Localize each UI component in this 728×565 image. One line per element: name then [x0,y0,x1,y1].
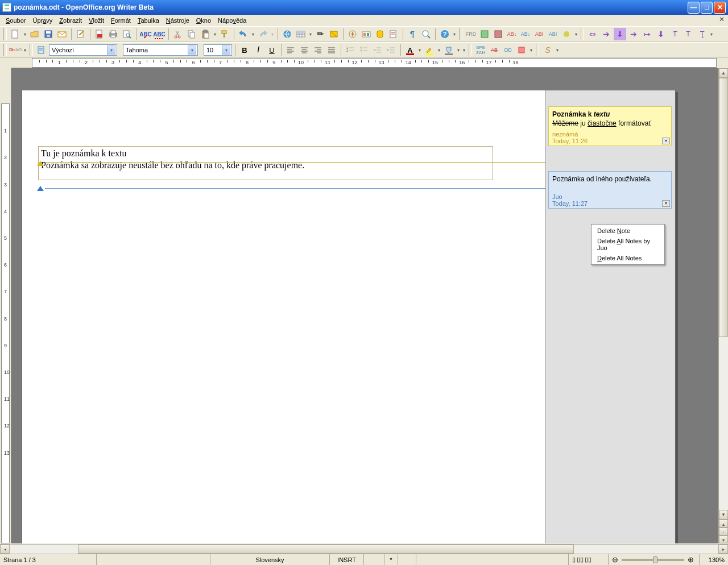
edit-icon[interactable] [75,28,87,40]
nav-object-button[interactable]: ◦ [719,527,728,535]
align-right-icon[interactable] [312,44,324,56]
ext-fmt1-icon[interactable]: SPEZAH [474,44,487,56]
nonprinting-icon[interactable]: ¶ [406,28,419,40]
status-insert[interactable]: INSRT [330,554,364,565]
scroll-right-button[interactable]: ▸ [718,545,728,554]
minimize-button[interactable]: — [688,2,700,14]
redo-icon[interactable] [257,28,269,40]
zoom-icon[interactable] [420,28,432,40]
status-modified[interactable]: * [384,554,398,565]
open-icon[interactable] [28,28,41,40]
bgcolor-dropdown[interactable]: ▾ [456,44,461,56]
table-dropdown[interactable]: ▾ [308,28,313,40]
arrow5-icon[interactable]: ↦ [641,28,653,40]
text3-icon[interactable]: Ʈ [696,28,708,40]
record-changes-icon[interactable] [387,28,400,40]
fmt-more2[interactable]: ▾ [529,44,533,56]
paste-dropdown[interactable]: ▾ [213,28,217,40]
highlight-icon[interactable] [423,44,436,56]
help-icon[interactable]: ? [439,28,451,40]
menu-zobrazit[interactable]: Zobrazit [56,16,85,25]
format-paint-icon[interactable] [218,28,231,40]
ext-fmt2-icon[interactable]: AB [488,44,500,56]
ext8-icon[interactable] [560,28,573,40]
zoom-in-button[interactable]: ⊕ [688,555,694,564]
status-sig[interactable] [398,554,416,565]
font-name-combo[interactable]: Tahoma▾ [123,44,198,56]
status-pagestyle[interactable] [97,554,210,565]
copy-icon[interactable] [185,28,198,40]
zoom-out-button[interactable]: ⊖ [612,555,618,564]
para-style-combo[interactable]: Výchozí▾ [49,44,117,56]
indent-dec-icon[interactable] [371,44,384,56]
spellcheck-icon[interactable]: ABC✓ [139,28,152,40]
ext6-icon[interactable]: ABI [533,28,545,40]
find-icon[interactable] [328,28,340,40]
ext-fmt5-icon[interactable]: S [541,44,554,56]
menu-delete-note[interactable]: Delete Note [592,226,664,236]
preview-icon[interactable] [121,28,133,40]
ext7-icon[interactable]: ABI [547,28,559,40]
new-dropdown[interactable]: ▾ [23,28,27,40]
highlight-dropdown[interactable]: ▾ [437,44,441,56]
view-single-icon[interactable]: ▯ [572,556,576,563]
autospell-icon[interactable]: ABC [153,28,166,40]
status-sel[interactable] [364,554,384,565]
menu-soubor[interactable]: Soubor [2,16,29,25]
doc-close-icon[interactable]: ✕ [718,16,726,24]
table-insert-icon[interactable] [295,28,307,40]
menu-delete-all-notes[interactable]: Delete All Notes [592,253,664,263]
nav-next-button[interactable]: ▾ [719,535,728,543]
new-icon[interactable] [9,28,22,40]
align-left-icon[interactable] [284,44,297,56]
align-justify-icon[interactable] [325,44,338,56]
font-color-icon[interactable]: A [404,44,416,56]
arrow3-icon[interactable]: ⬇ [614,28,626,40]
arrow2-icon[interactable]: ➔ [600,28,613,40]
underline-button[interactable]: U [266,44,278,56]
datasources-icon[interactable] [374,28,386,40]
undo-icon[interactable] [237,28,250,40]
menu-nastroje[interactable]: Nástroje [163,16,193,25]
bullet-list-icon[interactable] [358,44,370,56]
undo-dropdown[interactable]: ▾ [251,28,255,40]
note-2[interactable]: Poznámka od iného používateľa. Juo Today… [548,171,672,209]
scroll-left-button[interactable]: ◂ [0,545,10,554]
styles-icon[interactable] [35,44,48,56]
cut-icon[interactable] [172,28,184,40]
horizontal-ruler[interactable]: 123456789101112131415161718 [11,58,717,68]
menu-delete-all-by-author[interactable]: Delete All Notes by Juo [592,236,664,253]
note-anchor-2[interactable] [37,186,44,191]
menu-vlozit[interactable]: Vložit [85,16,107,25]
dic-icon[interactable]: DicI/O [9,44,22,56]
status-zoom-pct[interactable]: 130% [700,554,728,565]
font-color-dropdown[interactable]: ▾ [417,44,422,56]
save-icon[interactable] [42,28,55,40]
toolbar-more2[interactable]: ▾ [574,28,578,40]
h-scroll-thumb[interactable] [78,545,574,554]
horizontal-scrollbar[interactable]: ◂ ▸ [0,544,728,554]
text2-icon[interactable]: T [682,28,694,40]
navigator-icon[interactable] [346,28,359,40]
fmt-more[interactable]: ▾ [462,44,466,56]
ext2-icon[interactable] [478,28,491,40]
view-multi-icon[interactable]: ▯▯ [577,556,584,563]
number-list-icon[interactable]: 12 [344,44,357,56]
italic-button[interactable]: I [252,44,264,56]
redo-dropdown[interactable]: ▾ [270,28,275,40]
document-canvas[interactable]: Tu je poznámka k textu Poznámka sa zobra… [11,68,718,543]
view-book-icon[interactable]: ▯▯ [585,556,592,563]
close-button[interactable]: ✕ [714,2,726,14]
text1-icon[interactable]: Ƭ [668,28,681,40]
text-frame[interactable]: Tu je poznámka k textu Poznámka sa zobra… [38,146,493,180]
show-draw-icon[interactable]: ✏ [314,28,326,40]
ext5-icon[interactable]: AB↓ [519,28,532,40]
hyperlink-icon[interactable] [281,28,293,40]
fmt-more3[interactable]: ▾ [555,44,560,56]
dic-dropdown[interactable]: ▾ [23,44,27,56]
scroll-down-button[interactable]: ▼ [719,510,728,520]
arrow4-icon[interactable]: ➔ [627,28,640,40]
v-scroll-thumb[interactable] [719,78,728,337]
note-1-menu-button[interactable]: ▾ [662,138,670,144]
scroll-up-button[interactable]: ▲ [719,68,728,78]
